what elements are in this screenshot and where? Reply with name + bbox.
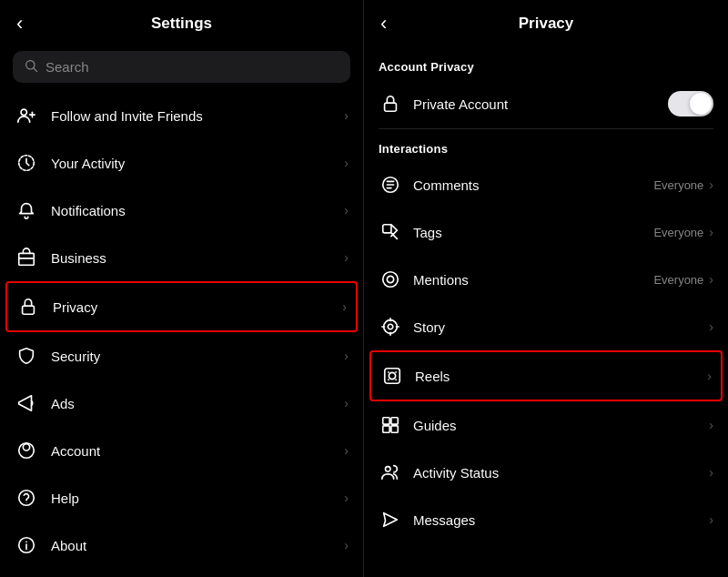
ads-icon <box>15 391 38 415</box>
menu-item-help[interactable]: Help › <box>0 474 363 521</box>
reels-icon <box>380 364 404 388</box>
notifications-label: Notifications <box>51 203 344 218</box>
menu-item-security[interactable]: Security › <box>0 332 363 380</box>
toggle-knob <box>690 93 712 115</box>
activity-chevron: › <box>344 156 349 170</box>
privacy-menu-list: Account Privacy Private Account Interact… <box>364 47 728 577</box>
account-chevron: › <box>344 443 349 458</box>
svg-rect-18 <box>383 225 391 233</box>
privacy-item-mentions[interactable]: Mentions Everyone › <box>364 256 728 303</box>
menu-item-about[interactable]: About › <box>0 521 363 569</box>
settings-menu-list: Follow and Invite Friends › Your Activit… <box>0 92 363 577</box>
menu-item-account[interactable]: Account › <box>0 427 363 474</box>
tags-chevron: › <box>709 225 713 239</box>
privacy-item-tags[interactable]: Tags Everyone › <box>364 208 728 256</box>
privacy-label: Privacy <box>53 299 342 315</box>
svg-rect-6 <box>19 253 35 265</box>
story-icon <box>379 315 402 339</box>
svg-point-2 <box>21 109 26 115</box>
tags-value: Everyone <box>653 226 703 239</box>
ads-chevron: › <box>344 396 349 410</box>
privacy-item-private-account[interactable]: Private Account <box>364 79 728 128</box>
tags-label: Tags <box>413 225 653 240</box>
private-account-label: Private Account <box>413 96 668 112</box>
privacy-item-comments[interactable]: Comments Everyone › <box>364 161 728 208</box>
menu-item-follow[interactable]: Follow and Invite Friends › <box>0 92 363 139</box>
privacy-item-reels[interactable]: Reels › <box>369 350 723 401</box>
toggle-switch[interactable] <box>668 91 713 116</box>
svg-point-9 <box>23 444 29 450</box>
svg-point-19 <box>387 276 393 282</box>
svg-point-21 <box>384 320 398 334</box>
settings-title: Settings <box>151 15 212 33</box>
business-label: Business <box>51 250 344 266</box>
privacy-chevron: › <box>342 299 347 314</box>
about-label: About <box>51 538 344 553</box>
menu-item-ads[interactable]: Ads › <box>0 380 363 427</box>
help-label: Help <box>51 491 344 506</box>
settings-back-button[interactable]: ‹ <box>13 10 26 37</box>
privacy-item-activity-status[interactable]: Activity Status › <box>364 449 728 496</box>
svg-point-15 <box>26 542 27 542</box>
activity-status-label: Activity Status <box>413 465 703 481</box>
messages-label: Messages <box>413 512 703 528</box>
svg-point-31 <box>388 379 389 380</box>
menu-item-privacy[interactable]: Privacy › <box>5 281 358 332</box>
svg-marker-38 <box>384 513 398 527</box>
privacy-item-guides[interactable]: Guides › <box>364 401 728 449</box>
svg-rect-36 <box>391 426 398 432</box>
settings-header: ‹ Settings <box>0 0 363 47</box>
menu-item-business[interactable]: Business › <box>0 234 363 281</box>
search-bar[interactable] <box>13 51 350 83</box>
follow-chevron: › <box>344 108 349 123</box>
about-chevron: › <box>344 538 349 552</box>
private-account-toggle[interactable] <box>668 91 713 116</box>
activity-status-icon <box>379 461 402 484</box>
settings-panel: ‹ Settings Follow and Invite Friends › Y… <box>0 0 364 577</box>
security-chevron: › <box>344 349 349 363</box>
guides-icon <box>379 413 402 437</box>
security-icon <box>15 344 38 368</box>
svg-rect-34 <box>391 418 398 424</box>
svg-point-28 <box>389 372 395 379</box>
privacy-panel: ‹ Privacy Account Privacy Private Accoun… <box>364 0 728 577</box>
comments-icon <box>379 173 402 197</box>
privacy-item-story[interactable]: Story › <box>364 303 728 350</box>
search-input[interactable] <box>46 59 339 75</box>
svg-point-22 <box>388 324 393 329</box>
svg-rect-35 <box>383 426 389 432</box>
menu-item-notifications[interactable]: Notifications › <box>0 187 363 234</box>
business-icon <box>15 246 38 269</box>
private-account-lock-icon <box>379 92 402 116</box>
svg-rect-16 <box>385 103 397 111</box>
comments-value: Everyone <box>653 178 703 192</box>
privacy-back-button[interactable]: ‹ <box>377 10 390 37</box>
messages-icon <box>379 508 402 531</box>
interactions-section-header: Interactions <box>364 129 728 161</box>
search-icon <box>24 58 38 76</box>
svg-point-30 <box>395 371 397 373</box>
account-icon <box>15 439 38 462</box>
svg-rect-27 <box>385 369 400 384</box>
about-icon <box>15 533 38 557</box>
mentions-icon <box>379 268 402 291</box>
privacy-lock-icon <box>16 295 40 319</box>
privacy-item-messages[interactable]: Messages › <box>364 496 728 543</box>
guides-label: Guides <box>413 418 703 433</box>
security-label: Security <box>51 349 344 364</box>
reels-chevron: › <box>707 369 712 383</box>
menu-item-activity[interactable]: Your Activity › <box>0 139 363 187</box>
mentions-chevron: › <box>709 272 713 287</box>
privacy-title: Privacy <box>519 15 574 33</box>
activity-status-chevron: › <box>709 465 713 480</box>
mentions-value: Everyone <box>653 273 703 287</box>
story-chevron: › <box>709 319 713 334</box>
account-label: Account <box>51 443 344 459</box>
help-icon <box>15 486 38 510</box>
svg-rect-33 <box>383 418 389 424</box>
svg-point-12 <box>26 502 27 503</box>
help-chevron: › <box>344 491 349 505</box>
svg-point-37 <box>386 467 391 472</box>
notifications-chevron: › <box>344 203 349 218</box>
business-chevron: › <box>344 250 349 265</box>
